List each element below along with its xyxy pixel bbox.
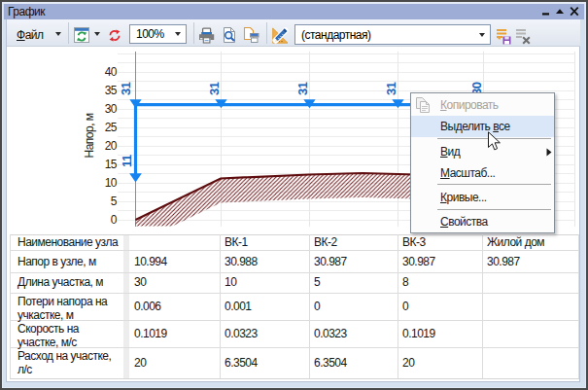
- svg-text:30: 30: [105, 102, 118, 116]
- svg-text:0: 0: [111, 213, 118, 227]
- svg-text:10: 10: [105, 176, 118, 190]
- svg-text:25: 25: [105, 121, 118, 134]
- svg-text:40: 40: [105, 65, 118, 79]
- svg-text:31: 31: [119, 82, 133, 95]
- svg-text:31: 31: [384, 82, 398, 95]
- svg-text:35: 35: [105, 84, 118, 97]
- svg-text:20: 20: [105, 139, 118, 153]
- svg-text:Напор, м: Напор, м: [83, 113, 96, 158]
- svg-text:31: 31: [295, 82, 310, 95]
- svg-text:11: 11: [120, 155, 134, 167]
- svg-text:5: 5: [111, 195, 118, 208]
- svg-text:31: 31: [207, 82, 222, 95]
- svg-text:15: 15: [105, 158, 118, 171]
